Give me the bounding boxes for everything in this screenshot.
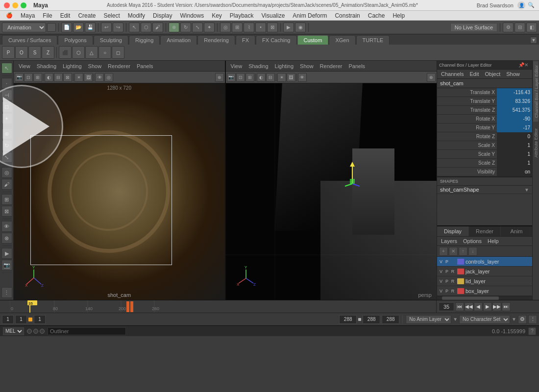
shelf-tab-rendering[interactable]: Rendering xyxy=(197,35,235,45)
select-tool-btn[interactable]: ↖ xyxy=(129,23,140,32)
snap-view-btn[interactable]: ⊠ xyxy=(267,23,278,32)
grid-lt-btn[interactable]: ⊠ xyxy=(1,206,12,217)
layer-r-jack[interactable]: R xyxy=(450,269,456,274)
le-tab-display[interactable]: Display xyxy=(437,226,469,236)
edge-mode-btn[interactable]: ⊣ xyxy=(1,90,12,100)
layer-r-lid[interactable]: R xyxy=(450,279,456,284)
menu-windows[interactable]: Windows xyxy=(176,11,208,20)
select-mode-btn[interactable]: ↖ xyxy=(1,63,12,74)
layer-p-box[interactable]: P xyxy=(444,289,450,294)
new-file-btn[interactable]: 📄 xyxy=(61,23,72,32)
extras-lt-btn[interactable]: ⋮ xyxy=(1,287,12,298)
vp-shade-btn[interactable]: ◐ xyxy=(45,73,53,82)
attr-val-rx[interactable]: -90 xyxy=(497,115,532,123)
timeline-track[interactable]: 0 80 140 200 260 35 xyxy=(10,300,436,313)
attr-val-sy[interactable]: 1 xyxy=(497,150,532,159)
vp-left-menu-shading[interactable]: Shading xyxy=(34,62,59,70)
mode-dropdown-btn[interactable] xyxy=(47,23,56,32)
layer-row-controls[interactable]: V P controls_layer xyxy=(437,257,532,267)
le-scrollbar-thumb[interactable] xyxy=(442,296,499,300)
channel-box-toggle-btn[interactable]: ◧ xyxy=(526,23,537,32)
show-lt-btn[interactable]: 👁 xyxy=(1,221,12,232)
help-btn[interactable]: ? xyxy=(528,327,536,335)
snap-point-btn[interactable]: • xyxy=(255,23,266,32)
soft-select-btn[interactable]: ◎ xyxy=(220,23,231,32)
menu-display[interactable]: Display xyxy=(149,11,176,20)
vp-cam-btn[interactable]: 📷 xyxy=(15,73,24,82)
layer-v-lid[interactable]: V xyxy=(438,279,444,284)
hide-lt-btn[interactable]: ⊗ xyxy=(1,233,12,244)
move-lt-btn[interactable]: ⊕ xyxy=(1,128,12,139)
vp-left-content[interactable]: 1280 x 720 shot_cam X Y Z xyxy=(14,83,225,300)
range-end-input2[interactable] xyxy=(363,315,380,324)
scale-lt-btn[interactable]: ⤡ xyxy=(1,152,12,163)
menu-playback[interactable]: Playback xyxy=(226,11,258,20)
cb-menu-channels[interactable]: Channels xyxy=(438,71,466,77)
shelf-tab-turtle[interactable]: TURTLE xyxy=(356,35,390,45)
vp-persp-btn[interactable]: ⊡ xyxy=(24,73,33,82)
le-menu-layers[interactable]: Layers xyxy=(438,238,460,244)
maximize-button[interactable] xyxy=(21,2,26,8)
shelf-icon-3[interactable]: S xyxy=(28,46,41,59)
goto-start-btn[interactable]: ⏮ xyxy=(455,302,464,311)
vp-right-tex-btn[interactable]: 🖼 xyxy=(287,73,295,82)
attr-val-sz[interactable]: 1 xyxy=(497,159,532,168)
cb-menu-edit[interactable]: Edit xyxy=(466,71,482,77)
attr-val-ry[interactable]: -17 xyxy=(497,123,532,132)
goto-end-btn[interactable]: ⏭ xyxy=(502,302,511,311)
shelf-tab-sculpting[interactable]: Sculpting xyxy=(94,35,128,45)
script-mode-selector[interactable]: MEL xyxy=(3,327,24,335)
vp-right-menu-lighting[interactable]: Lighting xyxy=(272,62,297,70)
le-tab-anim[interactable]: Anim xyxy=(501,226,532,236)
sculpt-lt-btn[interactable]: ◎ xyxy=(1,167,12,178)
layer-v-jack[interactable]: V xyxy=(438,269,444,274)
vp-right-menu-view[interactable]: View xyxy=(228,62,245,70)
paint-lt-btn[interactable]: 🖌 xyxy=(1,179,12,190)
vp-right-grid-btn[interactable]: ⊞ xyxy=(245,73,254,82)
frame-start-input[interactable] xyxy=(2,315,14,324)
vp-left-menu-view[interactable]: View xyxy=(16,62,33,70)
shelf-tab-custom[interactable]: Custom xyxy=(297,35,329,45)
layer-p-lid[interactable]: P xyxy=(444,279,450,284)
step-forward-btn[interactable]: ▶▶ xyxy=(492,302,501,311)
vp-size-btn[interactable]: ⊕ xyxy=(215,73,224,82)
shelf-tab-animation[interactable]: Animation xyxy=(160,35,197,45)
shelf-tab-polygons[interactable]: Polygons xyxy=(58,35,93,45)
step-back-btn[interactable]: ◀◀ xyxy=(465,302,473,311)
menu-file[interactable]: File xyxy=(39,11,56,20)
key-frame-input[interactable] xyxy=(34,315,46,324)
render-btn[interactable]: ▶ xyxy=(283,23,294,32)
command-line-input[interactable] xyxy=(48,327,126,335)
menu-cache[interactable]: Cache xyxy=(364,11,389,20)
apple-menu[interactable]: 🍎 xyxy=(2,12,17,19)
shelf-icon-2[interactable]: O xyxy=(15,46,28,59)
shelf-icon-7[interactable]: △ xyxy=(85,46,98,59)
le-menu-help[interactable]: Help xyxy=(485,238,502,244)
attr-val-tz[interactable]: 541.375 xyxy=(497,106,532,115)
vp-right-menu-renderer[interactable]: Renderer xyxy=(317,62,345,70)
vp-right-menu-show[interactable]: Show xyxy=(297,62,317,70)
vp-wire-btn[interactable]: ⊟ xyxy=(54,73,63,82)
multi-mode-btn[interactable]: ✦ xyxy=(1,113,12,124)
le-move-down-btn[interactable]: ↓ xyxy=(468,247,477,256)
layer-v-controls[interactable]: V xyxy=(438,259,444,264)
attr-val-sx[interactable]: 1 xyxy=(497,141,532,150)
vp-right-menu-shading[interactable]: Shading xyxy=(245,62,271,70)
save-file-btn[interactable]: 💾 xyxy=(85,23,96,32)
le-menu-options[interactable]: Options xyxy=(460,238,485,244)
shelf-tab-rigging[interactable]: Rigging xyxy=(129,35,160,45)
shelf-tab-fx[interactable]: FX xyxy=(236,35,255,45)
char-set-dropdown[interactable]: No Character Set xyxy=(459,315,510,324)
close-button[interactable] xyxy=(4,2,10,8)
user-avatar[interactable]: 👤 xyxy=(517,1,525,9)
vp-right-content[interactable]: X Y Z persp xyxy=(226,83,437,300)
vp-right-size-btn[interactable]: ⊕ xyxy=(427,73,436,82)
vp-left-menu-renderer[interactable]: Renderer xyxy=(105,62,133,70)
shelf-tab-fxcaching[interactable]: FX Caching xyxy=(256,35,296,45)
vp-right-cam-btn[interactable]: 📷 xyxy=(227,73,236,82)
layer-row-lid[interactable]: V P R lid_layer xyxy=(437,276,532,286)
attribute-editor-side-tab[interactable]: Attribute Editor xyxy=(533,124,539,162)
le-move-up-btn[interactable]: ↑ xyxy=(459,247,467,256)
le-delete-layer-btn[interactable]: ✕ xyxy=(449,247,458,256)
ipr-btn[interactable]: ◉ xyxy=(295,23,306,32)
